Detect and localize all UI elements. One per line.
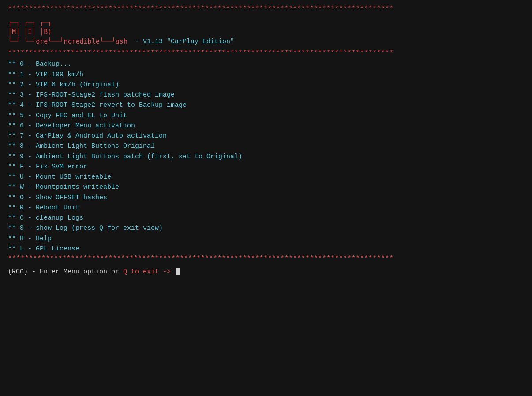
menu-item-h[interactable]: ** H - Help [8,234,524,244]
menu-item-c[interactable]: ** C - cleanup Logs [8,213,524,223]
menu-item-6[interactable]: ** 6 - Developer Menu activation [8,121,524,131]
menu-area: ** 0 - Backup... ** 1 - VIM 199 km/h ** … [8,59,524,254]
prompt-line[interactable]: (RCC) - Enter Menu option or Q to exit -… [8,267,524,277]
menu-item-7[interactable]: ** 7 - CarPlay & Android Auto activation [8,131,524,141]
prompt-highlight-text: Q to exit -> [123,267,171,277]
bottom-stars-line: ****************************************… [8,254,524,264]
menu-item-2[interactable]: ** 2 - VIM 6 km/h (Original) [8,80,524,90]
terminal-window: ****************************************… [0,0,532,396]
menu-item-4[interactable]: ** 4 - IFS-ROOT-Stage2 revert to Backup … [8,100,524,110]
menu-item-1[interactable]: ** 1 - VIM 199 km/h [8,70,524,80]
menu-item-3[interactable]: ** 3 - IFS-ROOT-Stage2 flash patched ima… [8,90,524,100]
menu-item-o[interactable]: ** O - Show OFFSET hashes [8,193,524,203]
logo-ascii-art: ┌─┐ ┌─┐ ┌─┐ │M│ │I│ │B) └─┘ └─┘ore└──┘nc… [8,18,127,47]
top-stars-line: ****************************************… [8,4,524,15]
menu-item-5[interactable]: ** 5 - Copy FEC and EL to Unit [8,111,524,121]
terminal-cursor [176,268,180,275]
mid-stars-line: ****************************************… [8,49,524,59]
menu-item-f[interactable]: ** F - Fix SVM error [8,162,524,172]
menu-item-s[interactable]: ** S - show Log (press Q for exit view) [8,223,524,233]
menu-item-9[interactable]: ** 9 - Ambient Light Buttons patch (firs… [8,152,524,162]
prompt-suffix [171,267,175,277]
prompt-prefix: (RCC) - Enter Menu option [8,267,111,277]
menu-item-u[interactable]: ** U - Mount USB writeable [8,172,524,182]
menu-item-8[interactable]: ** 8 - Ambient Light Buttons Original [8,141,524,151]
logo-subtitle: - V1.13 "CarPlay Edition" [131,37,234,47]
menu-item-l[interactable]: ** L - GPL License [8,244,524,254]
prompt-or-text: or [111,267,123,277]
menu-item-0[interactable]: ** 0 - Backup... [8,59,524,69]
menu-item-r[interactable]: ** R - Reboot Unit [8,203,524,213]
logo-block: ┌─┐ ┌─┐ ┌─┐ │M│ │I│ │B) └─┘ └─┘ore└──┘nc… [8,18,524,47]
menu-item-w[interactable]: ** W - Mountpoints writeable [8,182,524,192]
